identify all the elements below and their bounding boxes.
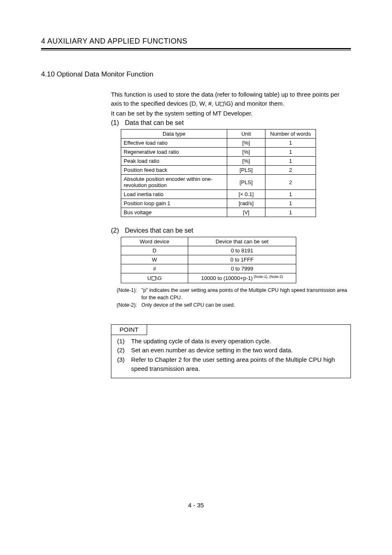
section-title: 4.10 Optional Data Monitor Function [41, 70, 351, 79]
note-1-label: (Note-1): [117, 287, 141, 301]
cell: 0 to 8191 [188, 246, 296, 255]
table-row: #0 to 7999 [121, 264, 296, 273]
cell: [PLS] [227, 175, 265, 190]
device-table: Word device Device that can be set D0 to… [121, 237, 296, 283]
table-row: Absolute position encoder within one-rev… [121, 175, 316, 190]
subsection-2-heading: (2) Devices that can be set [111, 227, 351, 234]
point-number: (1) [117, 337, 131, 346]
u-suffix: \G [156, 275, 162, 281]
cell: U\G [121, 273, 188, 283]
note-2: (Note-2): Only device of the self CPU ca… [117, 301, 351, 309]
cell: 2 [265, 175, 316, 190]
point-row: (1) The updating cycle of data is every … [117, 337, 345, 346]
subsection-2-title: Devices that can be set [125, 227, 193, 234]
note-1: (Note-1): "p" indicates the user setting… [117, 287, 351, 301]
col-unit: Unit [227, 130, 265, 139]
col-data-type: Data type [121, 130, 227, 139]
cell: Position feed back [121, 166, 227, 175]
subsection-1-title: Data that can be set [125, 119, 184, 127]
subsection-1-number: (1) [111, 119, 125, 127]
table-header-row: Word device Device that can be set [121, 237, 296, 246]
cell: Regenerative load ratio [121, 148, 227, 157]
table-row: U\G 10000 to (10000+p-1) (Note-1), (Note… [121, 273, 296, 283]
cell: [rad/s] [227, 199, 265, 208]
table-row: W0 to 1FFF [121, 255, 296, 264]
point-number: (2) [117, 346, 131, 355]
cell: 1 [265, 199, 316, 208]
point-row: (3) Refer to Chapter 2 for the user sett… [117, 355, 345, 374]
point-body: (1) The updating cycle of data is every … [111, 335, 350, 378]
cell: [%] [227, 139, 265, 148]
u-prefix: U [147, 275, 151, 281]
cell: 2 [265, 166, 316, 175]
col-words: Number of words [265, 130, 316, 139]
cell: 1 [265, 208, 316, 217]
point-number: (3) [117, 355, 131, 374]
header-rule-thin [41, 50, 351, 51]
intro-l1-post: \G) and monitor them. [224, 100, 284, 107]
table-row: Effective load ratio[%]1 [121, 139, 316, 148]
cell: 1 [265, 139, 316, 148]
cell: [V] [227, 208, 265, 217]
table-header-row: Data type Unit Number of words [121, 130, 316, 139]
cell: 1 [265, 148, 316, 157]
cell: 10000 to (10000+p-1) (Note-1), (Note-2) [188, 273, 296, 283]
notes-block: (Note-1): "p" indicates the user setting… [117, 287, 351, 309]
table-row: Position loop gain 1[rad/s]1 [121, 199, 316, 208]
cell: 0 to 7999 [188, 264, 296, 273]
header-rule-thick [41, 48, 351, 49]
point-row: (2) Set an even number as device setting… [117, 346, 345, 355]
chapter-header: 4 AUXILIARY AND APPLIED FUNCTIONS [41, 37, 351, 48]
col-word-device: Word device [121, 237, 188, 246]
point-box: POINT (1) The updating cycle of data is … [111, 324, 351, 378]
note-2-text: Only device of the self CPU can be used. [141, 301, 351, 309]
table-row: Position feed back[PLS]2 [121, 166, 316, 175]
point-text: The updating cycle of data is every oper… [131, 337, 271, 346]
cell: Effective load ratio [121, 139, 227, 148]
cell: # [121, 264, 188, 273]
cell: Bus voltage [121, 208, 227, 217]
subsection-1-heading: (1) Data that can be set [111, 119, 351, 127]
intro-line-2: It can be set by the system setting of M… [111, 109, 351, 118]
subsection-2-number: (2) [111, 227, 125, 234]
cell: 1 [265, 157, 316, 166]
cell: D [121, 246, 188, 255]
cell: [%] [227, 148, 265, 157]
square-placeholder-icon [220, 102, 224, 106]
point-tab: POINT [111, 324, 147, 335]
cell: 0 to 1FFF [188, 255, 296, 264]
cell: Load inertia ratio [121, 190, 227, 199]
note-2-label: (Note-2): [117, 301, 141, 309]
cell: Absolute position encoder within one-rev… [121, 175, 227, 190]
data-type-table: Data type Unit Number of words Effective… [121, 129, 316, 217]
table-row: Bus voltage[V]1 [121, 208, 316, 217]
range-text: 10000 to (10000+p-1) [201, 275, 253, 282]
table-row: Load inertia ratio[× 0.1]1 [121, 190, 316, 199]
page-footer: 4 - 35 [41, 502, 351, 509]
point-text: Set an even number as device setting in … [131, 346, 293, 355]
table-row: Peak load ratio[%]1 [121, 157, 316, 166]
col-device-range: Device that can be set [188, 237, 296, 246]
intro-line-1: This function is used to store the data … [111, 90, 351, 108]
range-superscript: (Note-1), (Note-2) [253, 275, 283, 279]
point-text: Refer to Chapter 2 for the user setting … [131, 355, 345, 374]
cell: Position loop gain 1 [121, 199, 227, 208]
table-row: Regenerative load ratio[%]1 [121, 148, 316, 157]
cell: [PLS] [227, 166, 265, 175]
note-1-text: "p" indicates the user setting area poin… [141, 287, 351, 301]
cell: 1 [265, 190, 316, 199]
cell: [× 0.1] [227, 190, 265, 199]
table-row: D0 to 8191 [121, 246, 296, 255]
square-placeholder-icon [152, 276, 156, 280]
cell: Peak load ratio [121, 157, 227, 166]
cell: W [121, 255, 188, 264]
cell: [%] [227, 157, 265, 166]
